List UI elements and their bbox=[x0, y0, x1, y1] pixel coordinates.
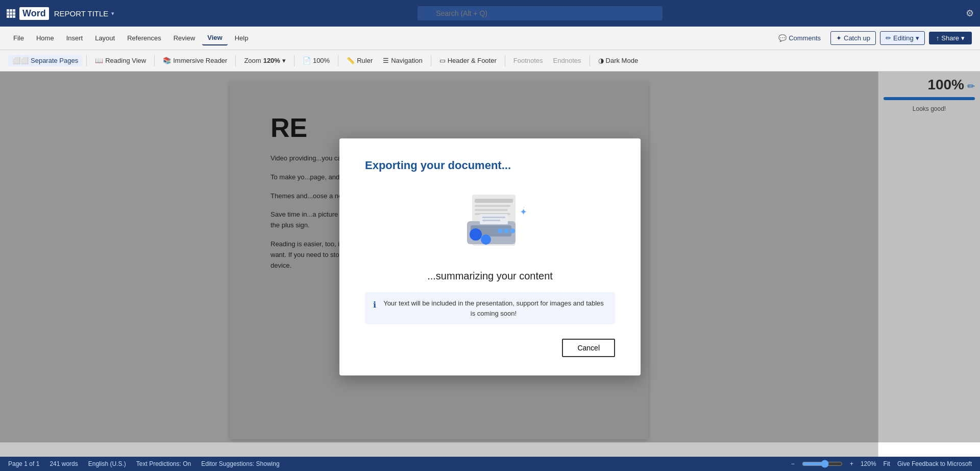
fit-page-icon: 📄 bbox=[303, 57, 311, 64]
svg-rect-10 bbox=[475, 199, 513, 203]
svg-rect-12 bbox=[475, 209, 508, 211]
svg-rect-3 bbox=[7, 12, 9, 15]
editing-button[interactable]: ✏ Editing ▾ bbox=[880, 31, 925, 45]
search-wrap: 🔍 bbox=[418, 6, 663, 20]
svg-point-17 bbox=[481, 234, 491, 245]
zoom-slider[interactable] bbox=[802, 460, 843, 468]
text-predictions: Text Predictions: On bbox=[136, 460, 191, 467]
svg-point-18 bbox=[498, 228, 503, 233]
catchup-icon: ✦ bbox=[836, 34, 842, 42]
toolbar-divider-7 bbox=[505, 55, 505, 66]
reading-view-icon: 📖 bbox=[95, 57, 103, 64]
tab-help[interactable]: Help bbox=[230, 31, 254, 45]
toolbar-divider-4 bbox=[294, 55, 295, 66]
immersive-reader-icon: 📚 bbox=[163, 57, 171, 64]
svg-rect-6 bbox=[7, 15, 9, 18]
toolbar-fit-page[interactable]: 📄 100% bbox=[299, 55, 334, 66]
tab-view[interactable]: View bbox=[202, 31, 227, 45]
dialog-title: Exporting your document... bbox=[365, 159, 511, 172]
toolbar-footnotes[interactable]: Footnotes bbox=[509, 55, 547, 66]
svg-rect-5 bbox=[13, 12, 15, 15]
toolbar-separate-pages[interactable]: ⬜⬜ Separate Pages bbox=[8, 55, 82, 66]
zoom-chevron: ▾ bbox=[282, 57, 286, 64]
tab-layout[interactable]: Layout bbox=[90, 31, 120, 45]
toolbar-ruler[interactable]: 📏 Ruler bbox=[342, 55, 377, 66]
zoom-level-label: 120% bbox=[861, 460, 876, 467]
status-bar: Page 1 of 1 241 words English (U.S.) Tex… bbox=[0, 457, 980, 471]
toolbar-divider-5 bbox=[338, 55, 338, 66]
toolbar-divider-1 bbox=[86, 55, 87, 66]
svg-rect-4 bbox=[10, 12, 12, 15]
tab-file[interactable]: File bbox=[8, 31, 29, 45]
tab-references[interactable]: References bbox=[122, 31, 166, 45]
doc-title: REPORT TITLE bbox=[54, 9, 109, 18]
svg-point-19 bbox=[504, 228, 509, 233]
dialog-overlay: Exporting your document... bbox=[0, 72, 980, 442]
ribbon: File Home Insert Layout References Revie… bbox=[0, 27, 980, 50]
title-bar: Word REPORT TITLE ▾ 🔍 ⚙ bbox=[0, 0, 980, 27]
toolbar-divider-2 bbox=[154, 55, 155, 66]
fit-label[interactable]: Fit bbox=[884, 460, 890, 467]
separate-pages-icon: ⬜⬜ bbox=[12, 57, 29, 64]
tab-review[interactable]: Review bbox=[168, 31, 201, 45]
app-grid-icon[interactable] bbox=[6, 9, 15, 18]
ribbon-right: 💬 Comments ✦ Catch up ✏ Editing ▾ ↑ Shar… bbox=[773, 31, 972, 45]
svg-rect-0 bbox=[7, 9, 9, 12]
title-bar-left: Word REPORT TITLE ▾ bbox=[6, 7, 114, 20]
toolbar-divider-3 bbox=[235, 55, 236, 66]
svg-rect-21 bbox=[480, 214, 508, 224]
page-info: Page 1 of 1 bbox=[8, 460, 39, 467]
dark-mode-icon: ◑ bbox=[598, 57, 604, 64]
word-logo: Word bbox=[19, 7, 49, 20]
title-center: 🔍 bbox=[114, 6, 966, 20]
svg-rect-22 bbox=[482, 217, 505, 218]
editor-suggestions: Editor Suggestions: Showing bbox=[201, 460, 279, 467]
title-right: ⚙ bbox=[966, 8, 974, 19]
word-count: 241 words bbox=[50, 460, 78, 467]
header-footer-icon: ▭ bbox=[439, 57, 446, 64]
info-icon: ℹ bbox=[373, 299, 376, 311]
share-chevron: ▾ bbox=[961, 34, 965, 42]
toolbar: ⬜⬜ Separate Pages 📖 Reading View 📚 Immer… bbox=[0, 50, 980, 72]
toolbar-header-footer[interactable]: ▭ Header & Footer bbox=[435, 55, 501, 66]
comments-button[interactable]: 💬 Comments bbox=[773, 31, 826, 45]
tab-home[interactable]: Home bbox=[31, 31, 59, 45]
tab-insert[interactable]: Insert bbox=[61, 31, 88, 45]
export-dialog: Exporting your document... bbox=[339, 138, 641, 375]
svg-rect-2 bbox=[13, 9, 15, 12]
dialog-illustration: ✦ · bbox=[444, 184, 536, 256]
toolbar-dark-mode[interactable]: ◑ Dark Mode bbox=[594, 55, 643, 66]
svg-rect-23 bbox=[482, 220, 500, 221]
svg-rect-7 bbox=[10, 15, 12, 18]
cancel-button[interactable]: Cancel bbox=[562, 339, 615, 357]
search-input[interactable] bbox=[418, 6, 663, 20]
dialog-subtitle: ...summarizing your content bbox=[427, 270, 553, 282]
toolbar-navigation[interactable]: ☰ Navigation bbox=[379, 55, 426, 66]
toolbar-immersive-reader[interactable]: 📚 Immersive Reader bbox=[159, 55, 231, 66]
toolbar-divider-6 bbox=[431, 55, 431, 66]
svg-rect-1 bbox=[10, 9, 12, 12]
toolbar-zoom[interactable]: Zoom 120% ▾ bbox=[240, 55, 289, 66]
svg-text:·: · bbox=[523, 203, 525, 210]
dialog-info: ℹ Your text will be included in the pres… bbox=[365, 292, 615, 324]
toolbar-endnotes[interactable]: Endnotes bbox=[549, 55, 585, 66]
share-icon: ↑ bbox=[936, 34, 940, 42]
zoom-out-button[interactable]: − bbox=[791, 460, 795, 467]
toolbar-reading-view[interactable]: 📖 Reading View bbox=[91, 55, 150, 66]
editing-icon: ✏ bbox=[886, 34, 891, 42]
editing-chevron: ▾ bbox=[916, 34, 919, 42]
settings-icon[interactable]: ⚙ bbox=[966, 8, 974, 19]
svg-rect-11 bbox=[475, 205, 510, 207]
comments-icon: 💬 bbox=[778, 34, 787, 42]
toolbar-divider-8 bbox=[590, 55, 590, 66]
catchup-button[interactable]: ✦ Catch up bbox=[830, 31, 876, 45]
zoom-in-button[interactable]: + bbox=[850, 460, 853, 467]
language: English (U.S.) bbox=[88, 460, 126, 467]
main-area: RE Video providing...you can paste in th… bbox=[0, 72, 980, 457]
status-right: − + 120% Fit Give Feedback to Microsoft bbox=[791, 460, 972, 468]
feedback-link[interactable]: Give Feedback to Microsoft bbox=[897, 460, 972, 467]
share-button[interactable]: ↑ Share ▾ bbox=[929, 32, 972, 44]
navigation-icon: ☰ bbox=[383, 57, 389, 64]
svg-rect-8 bbox=[13, 15, 15, 18]
svg-point-20 bbox=[510, 228, 515, 233]
